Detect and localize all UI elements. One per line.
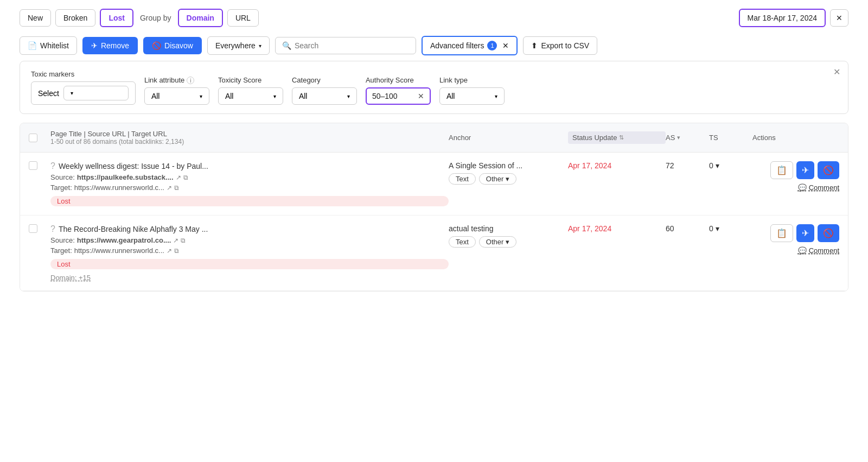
filter-panel-close-button[interactable]: ✕ — [833, 67, 840, 77]
row2-checkbox[interactable] — [29, 224, 37, 233]
category-chevron: ▾ — [347, 93, 350, 99]
filter-row: Toxic markers Select ▾ Link attribute i … — [31, 70, 837, 105]
row1-checkbox[interactable] — [29, 161, 37, 170]
top-bar-left: New Broken Lost Group by Domain URL — [20, 9, 735, 27]
row2-send-action-button[interactable]: ✈ — [796, 224, 814, 242]
row2-domain-plus[interactable]: Domain: +15 — [50, 274, 449, 282]
table-header: Page Title | Source URL | Target URL 1-5… — [20, 123, 848, 153]
toxic-markers-select[interactable]: Select ▾ — [31, 81, 136, 105]
row1-source-url: https://paulkeefe.substack.... — [77, 173, 174, 181]
as-label: AS — [666, 134, 675, 142]
toxicity-score-select[interactable]: All ▾ — [218, 87, 283, 105]
filter-group-link-type: Link type All ▾ — [439, 76, 505, 105]
remove-icon: ✈ — [91, 41, 98, 50]
status-update-label: Status Update — [572, 134, 617, 142]
date-close-button[interactable]: ✕ — [830, 9, 848, 27]
row1-send-action-button[interactable]: ✈ — [796, 161, 814, 179]
row1-main-cell: ? Weekly wellness digest: Issue 14 - by … — [50, 161, 449, 206]
category-value: All — [299, 92, 308, 100]
toxic-markers-label: Toxic markers — [31, 70, 136, 78]
toxicity-score-label: Toxicity Score — [218, 76, 283, 84]
select-all-checkbox[interactable] — [29, 134, 37, 142]
search-box[interactable]: 🔍 — [275, 37, 416, 54]
question-icon: ? — [50, 224, 55, 234]
search-input[interactable] — [295, 41, 409, 50]
disavow-icon: 🚫 — [152, 41, 161, 50]
row2-external-link-icon[interactable]: ↗ — [173, 237, 178, 244]
row2-tag-other[interactable]: Other ▾ — [479, 236, 517, 248]
toxicity-score-chevron: ▾ — [273, 93, 276, 99]
broken-button[interactable]: Broken — [55, 9, 95, 27]
url-button[interactable]: URL — [227, 9, 259, 27]
target-external-link-icon[interactable]: ↗ — [167, 184, 172, 192]
top-bar-right: Mar 18-Apr 17, 2024 ✕ — [739, 9, 848, 27]
row2-disavow-action-button[interactable]: 🚫 — [818, 224, 839, 242]
authority-score-value: 50–100 — [372, 92, 416, 100]
link-attribute-select[interactable]: All ▾ — [144, 87, 209, 105]
whitelist-label: Whitelist — [40, 41, 69, 50]
new-button[interactable]: New — [20, 9, 51, 27]
row1-lost-badge: Lost — [50, 196, 449, 206]
whitelist-icon: 📄 — [28, 41, 37, 50]
domain-button[interactable]: Domain — [178, 9, 223, 27]
row1-tag-text: Text — [449, 173, 476, 185]
whitelist-button[interactable]: 📄 Whitelist — [20, 36, 77, 55]
date-range-button[interactable]: Mar 18-Apr 17, 2024 — [739, 9, 826, 27]
toxicity-score-value: All — [225, 92, 234, 100]
advanced-filters-button[interactable]: Advanced filters 1 ✕ — [422, 36, 518, 55]
row1-source: Source: https://paulkeefe.substack.... ↗… — [50, 173, 449, 181]
target-copy-icon[interactable]: ⧉ — [174, 184, 179, 192]
row2-comment-button[interactable]: 💬 Comment — [798, 246, 839, 255]
export-label: Export to CSV — [541, 41, 589, 50]
search-icon: 🔍 — [282, 41, 291, 50]
header-checkbox-cell — [29, 134, 50, 142]
remove-button[interactable]: ✈ Remove — [82, 37, 138, 54]
row2-doc-action-button[interactable]: 📋 — [770, 224, 793, 242]
advanced-filters-badge: 1 — [487, 41, 497, 50]
row2-copy-icon[interactable]: ⧉ — [181, 237, 186, 244]
ts2-chevron-icon[interactable]: ▾ — [716, 224, 719, 233]
row1-disavow-action-button[interactable]: 🚫 — [818, 161, 839, 179]
header-page-title: Page Title | Source URL | Target URL 1-5… — [50, 130, 449, 145]
export-csv-button[interactable]: ⬆ Export to CSV — [523, 36, 597, 55]
row2-title: ? The Record-Breaking Nike Alphafly 3 Ma… — [50, 224, 449, 234]
header-actions: Actions — [752, 134, 839, 142]
row2-anchor-text: actual testing — [449, 224, 568, 233]
advanced-filters-label: Advanced filters — [430, 41, 484, 50]
row1-actions-cell: 📋 ✈ 🚫 💬 Comment — [752, 161, 839, 192]
disavow-label: Disavow — [164, 41, 193, 50]
tag-chevron-icon: ▾ — [506, 175, 509, 183]
row2-actions-cell: 📋 ✈ 🚫 💬 Comment — [752, 224, 839, 255]
ts-chevron-icon[interactable]: ▾ — [716, 161, 719, 170]
copy-icon[interactable]: ⧉ — [183, 174, 188, 181]
row2-target-copy-icon[interactable]: ⧉ — [174, 247, 179, 255]
row1-comment-button[interactable]: 💬 Comment — [798, 183, 839, 192]
info-icon[interactable]: i — [187, 77, 194, 84]
filter-group-link-attribute: Link attribute i All ▾ — [144, 76, 209, 105]
authority-score-clear-button[interactable]: ✕ — [418, 92, 424, 100]
row1-anchor-cell: A Single Session of ... Text Other ▾ — [449, 161, 568, 185]
row1-as-cell: 72 — [666, 161, 709, 170]
link-type-chevron: ▾ — [495, 93, 497, 99]
row2-target: Target: https://www.runnersworld.c... ↗ … — [50, 246, 449, 255]
row2-anchor-tags: Text Other ▾ — [449, 236, 568, 248]
row1-anchor-tags: Text Other ▾ — [449, 173, 568, 185]
row1-tag-other[interactable]: Other ▾ — [479, 173, 517, 185]
lost-button[interactable]: Lost — [100, 9, 133, 27]
external-link-icon[interactable]: ↗ — [176, 174, 181, 181]
row1-doc-action-button[interactable]: 📋 — [770, 161, 793, 179]
row2-action-icons: 📋 ✈ 🚫 — [770, 224, 839, 242]
link-attribute-label: Link attribute i — [144, 76, 209, 84]
authority-score-input[interactable]: 50–100 ✕ — [366, 87, 431, 105]
category-select[interactable]: All ▾ — [292, 87, 357, 105]
link-attribute-chevron: ▾ — [200, 93, 202, 99]
row2-checkbox-cell — [29, 224, 50, 233]
disavow-button[interactable]: 🚫 Disavow — [143, 37, 202, 54]
header-status-update[interactable]: Status Update ⇅ — [568, 131, 666, 144]
filter-group-toxicity-score: Toxicity Score All ▾ — [218, 76, 283, 105]
everywhere-dropdown[interactable]: Everywhere ▾ — [207, 36, 270, 55]
header-as[interactable]: AS ▾ — [666, 134, 709, 142]
link-type-select[interactable]: All ▾ — [439, 87, 505, 105]
row2-target-external-link-icon[interactable]: ↗ — [167, 247, 172, 255]
row1-title: ? Weekly wellness digest: Issue 14 - by … — [50, 161, 449, 171]
